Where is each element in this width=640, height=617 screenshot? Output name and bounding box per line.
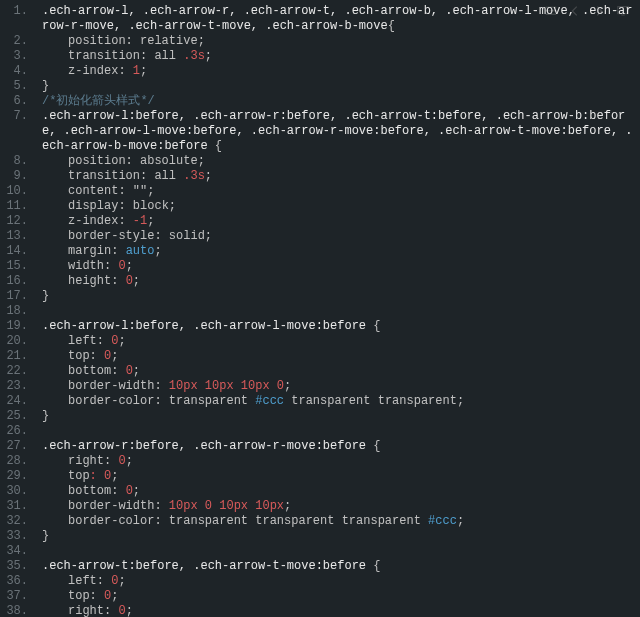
code-line: content: ""; — [42, 184, 634, 199]
line-number: 8. — [0, 154, 36, 169]
line-number: 20. — [0, 334, 36, 349]
code-line: .ech-arrow-t:before, .ech-arrow-t-move:b… — [42, 559, 634, 574]
code-line: bottom: 0; — [42, 364, 634, 379]
code-line: top: 0; — [42, 349, 634, 364]
code-line: height: 0; — [42, 274, 634, 289]
code-line: transition: all .3s; — [42, 169, 634, 184]
line-number: 17. — [0, 289, 36, 304]
line-number: 32. — [0, 514, 36, 529]
code-line: .ech-arrow-l:before, .ech-arrow-l-move:b… — [42, 319, 634, 334]
code-line: } — [42, 529, 634, 544]
line-number: 14. — [0, 244, 36, 259]
line-number: 1. — [0, 4, 36, 19]
code-line: top: 0; — [42, 469, 634, 484]
code-line: position: relative; — [42, 34, 634, 49]
line-number: 30. — [0, 484, 36, 499]
line-number: 9. — [0, 169, 36, 184]
code-line: .ech-arrow-l, .ech-arrow-r, .ech-arrow-t… — [42, 4, 634, 34]
code-line: .ech-arrow-l:before, .ech-arrow-r:before… — [42, 109, 634, 154]
code-line — [42, 424, 634, 439]
line-number: 7. — [0, 109, 36, 124]
line-number: 15. — [0, 259, 36, 274]
code-line: right: 0; — [42, 604, 634, 617]
code-line: border-width: 10px 0 10px 10px; — [42, 499, 634, 514]
code-line: width: 0; — [42, 259, 634, 274]
code-line: } — [42, 79, 634, 94]
line-number: 23. — [0, 379, 36, 394]
line-number: 29. — [0, 469, 36, 484]
code-line: } — [42, 409, 634, 424]
code-line: .ech-arrow-r:before, .ech-arrow-r-move:b… — [42, 439, 634, 454]
code-line: left: 0; — [42, 334, 634, 349]
code-line: margin: auto; — [42, 244, 634, 259]
line-number: 33. — [0, 529, 36, 544]
code-line: position: absolute; — [42, 154, 634, 169]
code-area[interactable]: .ech-arrow-l, .ech-arrow-r, .ech-arrow-t… — [42, 4, 634, 617]
line-number: 6. — [0, 94, 36, 109]
code-line: right: 0; — [42, 454, 634, 469]
line-number: 4. — [0, 64, 36, 79]
line-number: 34. — [0, 544, 36, 559]
line-number: 5. — [0, 79, 36, 94]
line-number: 31. — [0, 499, 36, 514]
line-number: 16. — [0, 274, 36, 289]
line-number: 21. — [0, 349, 36, 364]
code-line: left: 0; — [42, 574, 634, 589]
code-line: border-style: solid; — [42, 229, 634, 244]
code-line: z-index: 1; — [42, 64, 634, 79]
code-line: } — [42, 289, 634, 304]
line-number: 18. — [0, 304, 36, 319]
code-line: border-width: 10px 10px 10px 0; — [42, 379, 634, 394]
line-number: 37. — [0, 589, 36, 604]
line-number: 27. — [0, 439, 36, 454]
code-line: border-color: transparent transparent tr… — [42, 514, 634, 529]
code-line: top: 0; — [42, 589, 634, 604]
code-line: display: block; — [42, 199, 634, 214]
line-number: 35. — [0, 559, 36, 574]
code-line: transition: all .3s; — [42, 49, 634, 64]
line-number: 38. — [0, 604, 36, 617]
line-number: 36. — [0, 574, 36, 589]
line-number: 12. — [0, 214, 36, 229]
line-number: 19. — [0, 319, 36, 334]
code-line: bottom: 0; — [42, 484, 634, 499]
code-line — [42, 544, 634, 559]
line-number: 28. — [0, 454, 36, 469]
line-number: 11. — [0, 199, 36, 214]
line-number: 26. — [0, 424, 36, 439]
code-line: z-index: -1; — [42, 214, 634, 229]
code-line — [42, 304, 634, 319]
code-line: border-color: transparent #ccc transpare… — [42, 394, 634, 409]
line-number: 24. — [0, 394, 36, 409]
line-number: 10. — [0, 184, 36, 199]
line-number: 13. — [0, 229, 36, 244]
line-number: 25. — [0, 409, 36, 424]
code-line: /*初始化箭头样式*/ — [42, 94, 634, 109]
line-number: 3. — [0, 49, 36, 64]
line-number: 2. — [0, 34, 36, 49]
line-number-gutter: 1. 2.3.4.5.6.7. 8.9.10.11.12.13.14.15.16… — [0, 0, 36, 617]
line-number: 22. — [0, 364, 36, 379]
